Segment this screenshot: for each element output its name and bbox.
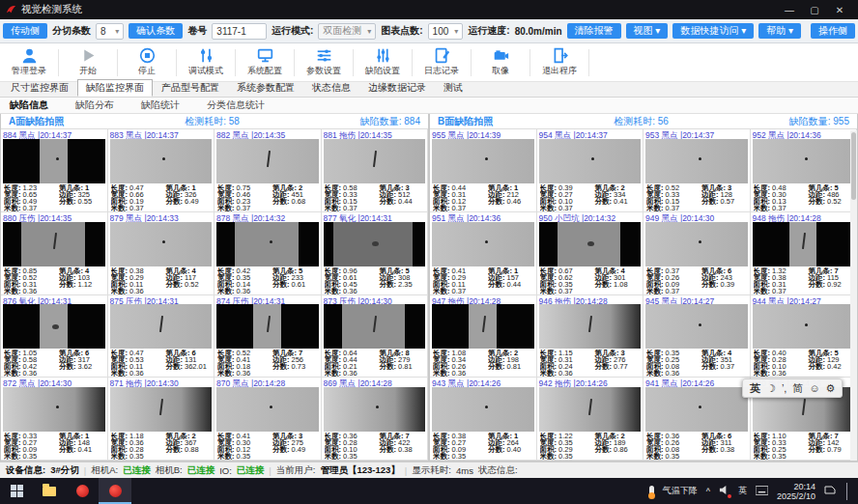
subtab-defect-stats[interactable]: 缺陷统计: [141, 98, 180, 112]
defect-cell[interactable]: 881 拖伤 |20:14:35 长度: 0.58 宽度: 0.33 面积: 0…: [322, 129, 429, 212]
tab-edge-data[interactable]: 边缘数据记录: [359, 79, 435, 97]
defect-cell[interactable]: 878 黑点 |20:14:32 长度: 0.42 宽度: 0.35 面积: 0…: [214, 212, 322, 295]
close-button[interactable]: ✕: [827, 5, 852, 15]
defect-cell[interactable]: 942 拖伤 |20:14:26 长度: 1.22 宽度: 0.35 面积: 0…: [537, 378, 644, 461]
defect-thumb[interactable]: [216, 304, 319, 349]
defect-thumb[interactable]: [753, 222, 855, 266]
minimize-button[interactable]: —: [777, 5, 802, 15]
defect-cell[interactable]: 879 黑点 |20:14:33 长度: 0.38 宽度: 0.29 面积: 0…: [108, 212, 215, 295]
drive-side-button[interactable]: 传动侧: [3, 23, 47, 39]
ime-settings-gear-icon[interactable]: ⚙: [826, 383, 836, 394]
defect-thumb[interactable]: [324, 222, 426, 266]
tab-system-params[interactable]: 系统参数配置: [228, 79, 303, 97]
view-menu-button[interactable]: 视图 ▾: [626, 23, 669, 39]
defect-thumb[interactable]: [3, 139, 105, 183]
capture-button[interactable]: 取像: [472, 44, 529, 81]
defect-cell[interactable]: 950 小凹坑 |20:14:32 长度: 0.67 宽度: 0.62 面积: …: [537, 212, 644, 295]
defect-cell[interactable]: 941 黑点 |20:14:26 长度: 0.36 宽度: 0.26 面积: 0…: [644, 378, 751, 461]
subtab-class-info-stats[interactable]: 分类信息统计: [207, 98, 265, 112]
defect-thumb[interactable]: [110, 139, 213, 183]
defect-cell[interactable]: 955 黑点 |20:14:39 长度: 0.44 宽度: 0.31 面积: 0…: [430, 129, 537, 212]
defect-cell[interactable]: 947 拖伤 |20:14:28 长度: 1.08 宽度: 0.34 面积: 0…: [430, 295, 537, 378]
weather-widget[interactable]: 气温下降: [663, 485, 698, 497]
speaker-icon[interactable]: [719, 485, 729, 497]
defect-cell[interactable]: 952 黑点 |20:14:36 长度: 0.48 宽度: 0.30 面积: 0…: [751, 129, 858, 212]
chart-points-select[interactable]: 100 ▾: [428, 23, 464, 40]
keyboard-icon[interactable]: [756, 486, 768, 497]
defect-cell[interactable]: 880 压伤 |20:14:35 长度: 0.85 宽度: 0.52 面积: 0…: [1, 212, 108, 295]
admin-login-button[interactable]: 管理登录: [0, 44, 58, 81]
exit-program-button[interactable]: 退出程序: [530, 44, 588, 81]
defect-thumb[interactable]: [324, 139, 426, 183]
defect-cell[interactable]: 874 压伤 |20:14:31 长度: 0.52 宽度: 0.41 面积: 0…: [214, 295, 322, 378]
running-app-button[interactable]: [99, 478, 131, 504]
defect-thumb[interactable]: [539, 304, 642, 349]
defect-thumb[interactable]: [432, 387, 534, 432]
defect-cell[interactable]: 883 黑点 |20:14:37 长度: 0.47 宽度: 0.66 面积: 0…: [108, 129, 215, 212]
defect-settings-button[interactable]: 缺陷设置: [354, 44, 412, 81]
defect-thumb[interactable]: [216, 139, 319, 183]
defect-cell[interactable]: 943 黑点 |20:14:26 长度: 0.38 宽度: 0.27 面积: 0…: [430, 378, 537, 461]
defect-cell[interactable]: 951 黑点 |20:14:36 长度: 0.41 宽度: 0.29 面积: 0…: [430, 212, 537, 295]
defect-cell[interactable]: 872 黑点 |20:14:30 长度: 0.33 宽度: 0.27 面积: 0…: [1, 378, 108, 461]
clock[interactable]: 20:14 2025/2/10: [777, 482, 815, 501]
defect-thumb[interactable]: [432, 304, 534, 349]
tray-expand-caret[interactable]: ^: [706, 487, 710, 496]
debug-mode-button[interactable]: 调试模式: [177, 44, 235, 81]
clear-alarm-button[interactable]: 清除报警: [567, 23, 621, 39]
defect-thumb[interactable]: [110, 304, 213, 349]
defect-cell[interactable]: 945 黑点 |20:14:27 长度: 0.35 宽度: 0.25 面积: 0…: [644, 295, 751, 378]
defect-thumb[interactable]: [753, 139, 855, 183]
show-desktop-button[interactable]: [846, 483, 850, 500]
pinned-app-button[interactable]: [66, 478, 99, 504]
maximize-button[interactable]: ▢: [802, 5, 827, 15]
defect-cell[interactable]: 873 压伤 |20:14:30 长度: 0.64 宽度: 0.44 面积: 0…: [322, 295, 429, 378]
ime-lang-toggle[interactable]: 英: [750, 383, 760, 394]
defect-thumb[interactable]: [432, 139, 534, 183]
data-access-menu-button[interactable]: 数据快捷访问 ▾: [672, 23, 754, 39]
defect-cell[interactable]: 877 氧化 |20:14:31 长度: 0.96 宽度: 0.61 面积: 0…: [322, 212, 429, 295]
defect-thumb[interactable]: [645, 139, 748, 183]
vertical-scrollbar[interactable]: [850, 130, 857, 461]
strip-count-select[interactable]: 8 ▾: [96, 23, 124, 40]
defect-cell[interactable]: 944 黑点 |20:14:27 长度: 0.40 宽度: 0.28 面积: 0…: [751, 295, 858, 378]
defect-thumb[interactable]: [324, 304, 426, 349]
defect-thumb[interactable]: [645, 222, 748, 266]
defect-cell[interactable]: 884 黑点 |20:14:37 长度: 1.23 宽度: 0.65 面积: 0…: [1, 129, 108, 212]
defect-thumb[interactable]: [3, 387, 105, 432]
tab-test[interactable]: 测试: [435, 79, 472, 97]
subtab-defect-info[interactable]: 缺陷信息: [10, 98, 48, 112]
defect-thumb[interactable]: [110, 387, 213, 432]
defect-thumb[interactable]: [110, 222, 213, 266]
defect-thumb[interactable]: [753, 304, 855, 349]
run-mode-select[interactable]: 双面检测 ▾: [318, 23, 376, 40]
defect-cell[interactable]: 954 黑点 |20:14:37 长度: 0.39 宽度: 0.27 面积: 0…: [537, 129, 644, 212]
defect-cell[interactable]: 876 氧化 |20:14:31 长度: 1.05 宽度: 0.58 面积: 0…: [1, 295, 108, 378]
operate-side-button[interactable]: 操作侧: [811, 23, 855, 39]
defect-thumb[interactable]: [216, 222, 319, 266]
defect-cell[interactable]: 953 黑点 |20:14:37 长度: 0.52 宽度: 0.33 面积: 0…: [644, 129, 751, 212]
defect-thumb[interactable]: [3, 222, 105, 266]
start-button[interactable]: [0, 478, 33, 504]
tab-status-info[interactable]: 状态信息: [303, 79, 359, 97]
defect-cell[interactable]: 870 黑点 |20:14:28 长度: 0.41 宽度: 0.30 面积: 0…: [214, 378, 322, 461]
tab-size-monitor[interactable]: 尺寸监控界面: [2, 79, 77, 97]
roll-number-input[interactable]: 3117-1: [212, 23, 267, 40]
ime-punctuation-icon[interactable]: ’,: [782, 383, 787, 394]
defect-thumb[interactable]: [3, 304, 105, 349]
defect-cell[interactable]: 882 黑点 |20:14:35 长度: 0.75 宽度: 0.46 面积: 0…: [214, 129, 322, 212]
defect-thumb[interactable]: [324, 387, 426, 432]
help-menu-button[interactable]: 帮助 ▾: [758, 23, 801, 39]
file-explorer-button[interactable]: [33, 478, 66, 504]
ime-fullwidth-moon-icon[interactable]: ☽: [766, 383, 776, 394]
defect-thumb[interactable]: [645, 304, 748, 349]
parameter-settings-button[interactable]: 参数设置: [295, 44, 353, 81]
defect-cell[interactable]: 875 压伤 |20:14:31 长度: 0.47 宽度: 0.53 面积: 0…: [108, 295, 215, 378]
defect-cell[interactable]: 871 拖伤 |20:14:30 长度: 1.18 宽度: 0.36 面积: 0…: [108, 378, 215, 461]
system-config-button[interactable]: 系统配置: [236, 44, 294, 81]
defect-cell[interactable]: 946 拖伤 |20:14:28 长度: 1.15 宽度: 0.31 面积: 0…: [537, 295, 644, 378]
log-record-button[interactable]: 日志记录: [413, 44, 471, 81]
defect-thumb[interactable]: [432, 222, 534, 266]
ime-simplified-toggle[interactable]: 简: [792, 383, 803, 394]
defect-cell[interactable]: 948 拖伤 |20:14:28 长度: 1.32 宽度: 0.38 面积: 0…: [751, 212, 858, 295]
